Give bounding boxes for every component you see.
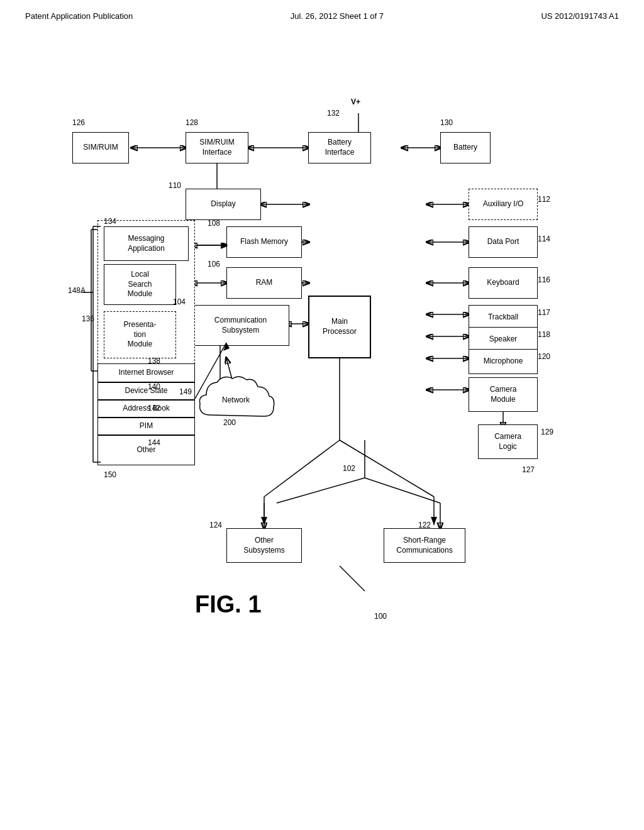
flash-memory-box: Flash Memory xyxy=(226,226,302,258)
aux-io-box: Auxiliary I/O xyxy=(469,189,538,220)
header-center: Jul. 26, 2012 Sheet 1 of 7 xyxy=(291,11,384,21)
other-subsystems-label: OtherSubsystems xyxy=(243,536,284,555)
sim-ruim-interface-label: SIM/RUIMInterface xyxy=(199,138,234,157)
address-book-label: Address Book xyxy=(123,404,170,414)
page-header: Patent Application Publication Jul. 26, … xyxy=(0,0,644,21)
svg-line-39 xyxy=(264,440,340,497)
ref-149: 149 xyxy=(179,387,192,396)
vplus-label: V+ xyxy=(351,97,360,106)
svg-line-45 xyxy=(340,566,365,591)
comm-subsystem-label: CommunicationSubsystem xyxy=(214,316,267,335)
ref-127: 127 xyxy=(522,465,535,474)
device-state-label: Device State xyxy=(125,386,167,396)
speaker-box: Speaker xyxy=(469,327,538,352)
main-processor-label: MainProcessor xyxy=(323,317,357,336)
pim-label: PIM xyxy=(140,421,153,431)
ref-150: 150 xyxy=(104,470,116,479)
camera-logic-box: CameraLogic xyxy=(478,424,538,459)
ref-112: 112 xyxy=(538,195,550,204)
ref-120: 120 xyxy=(538,352,550,361)
keyboard-box: Keyboard xyxy=(469,267,538,299)
ref-136: 136 xyxy=(82,314,94,323)
data-port-label: Data Port xyxy=(487,237,519,247)
ref-100: 100 xyxy=(374,612,387,621)
flash-memory-label: Flash Memory xyxy=(240,237,288,247)
ref-129: 129 xyxy=(541,428,553,436)
ref-124: 124 xyxy=(209,521,222,529)
short-range-comm-label: Short-RangeCommunications xyxy=(396,536,452,555)
ref-104: 104 xyxy=(173,297,186,306)
svg-line-21 xyxy=(365,478,440,503)
ref-114: 114 xyxy=(538,235,550,243)
battery-box: Battery xyxy=(440,132,491,163)
svg-line-20 xyxy=(277,478,365,503)
comm-subsystem-box: CommunicationSubsystem xyxy=(192,305,289,346)
other-box: Other xyxy=(97,435,195,465)
microphone-label: Microphone xyxy=(484,357,523,367)
local-search-box: LocalSearchModule xyxy=(104,264,176,305)
ref-126: 126 xyxy=(72,118,85,127)
ref-117: 117 xyxy=(538,308,550,317)
speaker-label: Speaker xyxy=(489,335,518,345)
trackball-label: Trackball xyxy=(488,313,518,323)
ref-108: 108 xyxy=(208,219,220,228)
ref-110: 110 xyxy=(169,181,181,190)
aux-io-label: Auxiliary I/O xyxy=(483,199,524,209)
sim-ruim-interface-box: SIM/RUIMInterface xyxy=(186,132,248,163)
camera-module-label: CameraModule xyxy=(490,385,517,404)
main-processor-box: MainProcessor xyxy=(308,296,371,358)
microphone-box: Microphone xyxy=(469,349,538,374)
ref-116: 116 xyxy=(538,275,550,284)
sim-ruim-box: SIM/RUIM xyxy=(72,132,129,163)
messaging-app-box: MessagingApplication xyxy=(104,226,189,261)
ref-130: 130 xyxy=(440,118,453,127)
ref-142: 142 xyxy=(148,404,160,412)
figure-label: FIG. 1 xyxy=(195,591,262,618)
camera-module-box: CameraModule xyxy=(469,377,538,412)
ref-118: 118 xyxy=(538,330,550,339)
sim-ruim-label: SIM/RUIM xyxy=(83,143,118,153)
ram-box: RAM xyxy=(226,267,302,299)
internet-browser-box: Internet Browser xyxy=(97,363,195,382)
battery-interface-box: BatteryInterface xyxy=(308,132,371,163)
ref-144: 144 xyxy=(148,438,160,447)
ref-132: 132 xyxy=(327,109,340,118)
ref-128: 128 xyxy=(186,118,198,127)
address-book-box: Address Book xyxy=(97,400,195,418)
presentation-module-box: Presenta-tionModule xyxy=(104,311,176,358)
messaging-app-label: MessagingApplication xyxy=(128,234,165,253)
svg-text:Network: Network xyxy=(222,396,250,404)
camera-logic-label: CameraLogic xyxy=(494,432,521,451)
trackball-box: Trackball xyxy=(469,305,538,330)
keyboard-label: Keyboard xyxy=(487,278,519,288)
ref-106: 106 xyxy=(208,260,220,268)
svg-marker-43 xyxy=(431,517,437,525)
ram-label: RAM xyxy=(256,278,273,288)
presentation-module-label: Presenta-tionModule xyxy=(123,320,156,350)
ref-148a: 148A xyxy=(68,286,86,295)
other-subsystems-box: OtherSubsystems xyxy=(226,528,302,563)
ref-140: 140 xyxy=(148,382,160,391)
ref-138: 138 xyxy=(148,357,160,365)
pim-box: PIM xyxy=(97,418,195,435)
local-search-label: LocalSearchModule xyxy=(128,270,152,299)
ref-102: 102 xyxy=(343,464,355,473)
header-right: US 2012/0191743 A1 xyxy=(541,11,619,21)
ref-200: 200 xyxy=(223,418,236,427)
internet-browser-label: Internet Browser xyxy=(118,368,174,378)
data-port-box: Data Port xyxy=(469,226,538,258)
battery-label: Battery xyxy=(453,143,477,153)
diagram: SIM/RUIM SIM/RUIMInterface BatteryInterf… xyxy=(0,50,644,805)
display-box: Display xyxy=(186,189,261,220)
ref-134: 134 xyxy=(104,217,116,226)
short-range-comm-box: Short-RangeCommunications xyxy=(384,528,465,563)
header-left: Patent Application Publication xyxy=(25,11,133,21)
ref-122: 122 xyxy=(418,521,431,529)
svg-marker-41 xyxy=(261,517,267,525)
battery-interface-label: BatteryInterface xyxy=(325,138,355,157)
display-label: Display xyxy=(211,199,235,209)
